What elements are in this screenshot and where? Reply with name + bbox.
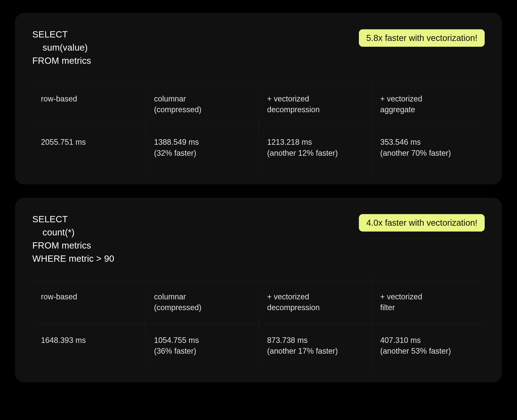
speedup-badge: 4.0x faster with vectorization! — [359, 214, 485, 232]
value-note: (36% faster) — [154, 346, 250, 356]
col-header-line1: + vectorized — [380, 292, 476, 302]
col-header-line1: + vectorized — [267, 292, 363, 302]
col-header-vectorized-decomp: + vectorized decompression — [258, 281, 372, 324]
col-header-line2: decompression — [267, 104, 363, 115]
col-header-line1: row-based — [41, 292, 137, 302]
value-ms: 353.546 ms — [380, 137, 476, 148]
col-header-line2: filter — [380, 302, 476, 313]
query-text: SELECT count(*) FROM metrics WHERE metri… — [32, 213, 114, 265]
col-header-vectorized-agg: + vectorized aggregate — [372, 83, 485, 126]
speedup-badge: 5.8x faster with vectorization! — [359, 29, 485, 47]
value-row-based: 1648.393 ms — [32, 324, 145, 368]
col-header-vectorized-filter: + vectorized filter — [372, 281, 485, 324]
value-columnar: 1388.549 ms (32% faster) — [145, 126, 258, 169]
card-header: SELECT count(*) FROM metrics WHERE metri… — [32, 213, 485, 265]
value-note: (another 17% faster) — [267, 346, 363, 356]
benchmark-card-count: SELECT count(*) FROM metrics WHERE metri… — [15, 198, 502, 382]
col-header-line2: aggregate — [380, 104, 476, 115]
col-header-line1: + vectorized — [380, 93, 476, 104]
value-vectorized-filter: 407.310 ms (another 53% faster) — [372, 324, 485, 368]
value-ms: 1388.549 ms — [154, 137, 250, 148]
col-header-line2: (compressed) — [154, 104, 250, 115]
value-note: (another 53% faster) — [380, 346, 476, 356]
value-ms: 2055.751 ms — [41, 137, 137, 148]
value-note: (another 70% faster) — [380, 148, 476, 158]
benchmark-card-sum: SELECT sum(value) FROM metrics 5.8x fast… — [15, 13, 502, 184]
value-ms: 1648.393 ms — [41, 335, 137, 346]
benchmark-grid: row-based columnar (compressed) + vector… — [32, 280, 485, 368]
value-vectorized-decomp: 873.738 ms (another 17% faster) — [258, 324, 372, 368]
col-header-line2: (compressed) — [154, 302, 250, 313]
col-header-line1: + vectorized — [267, 93, 363, 104]
col-header-line2: decompression — [267, 302, 363, 313]
value-vectorized-decomp: 1213.218 ms (another 12% faster) — [258, 126, 372, 169]
value-note: (another 12% faster) — [267, 148, 363, 158]
col-header-columnar: columnar (compressed) — [145, 281, 258, 324]
value-ms: 407.310 ms — [380, 335, 476, 346]
col-header-columnar: columnar (compressed) — [145, 83, 258, 126]
col-header-line1: columnar — [154, 292, 250, 302]
benchmark-grid: row-based columnar (compressed) + vector… — [32, 82, 485, 170]
value-columnar: 1054.755 ms (36% faster) — [145, 324, 258, 368]
value-ms: 1054.755 ms — [154, 335, 250, 346]
card-header: SELECT sum(value) FROM metrics 5.8x fast… — [32, 28, 485, 68]
col-header-line1: row-based — [41, 93, 137, 104]
value-row-based: 2055.751 ms — [32, 126, 145, 169]
col-header-row-based: row-based — [32, 83, 145, 126]
col-header-vectorized-decomp: + vectorized decompression — [258, 83, 372, 126]
col-header-row-based: row-based — [32, 281, 145, 324]
value-vectorized-agg: 353.546 ms (another 70% faster) — [372, 126, 485, 169]
col-header-line1: columnar — [154, 93, 250, 104]
value-ms: 1213.218 ms — [267, 137, 363, 148]
query-text: SELECT sum(value) FROM metrics — [32, 28, 91, 68]
page: SELECT sum(value) FROM metrics 5.8x fast… — [0, 0, 517, 409]
value-ms: 873.738 ms — [267, 335, 363, 346]
value-note: (32% faster) — [154, 148, 250, 158]
